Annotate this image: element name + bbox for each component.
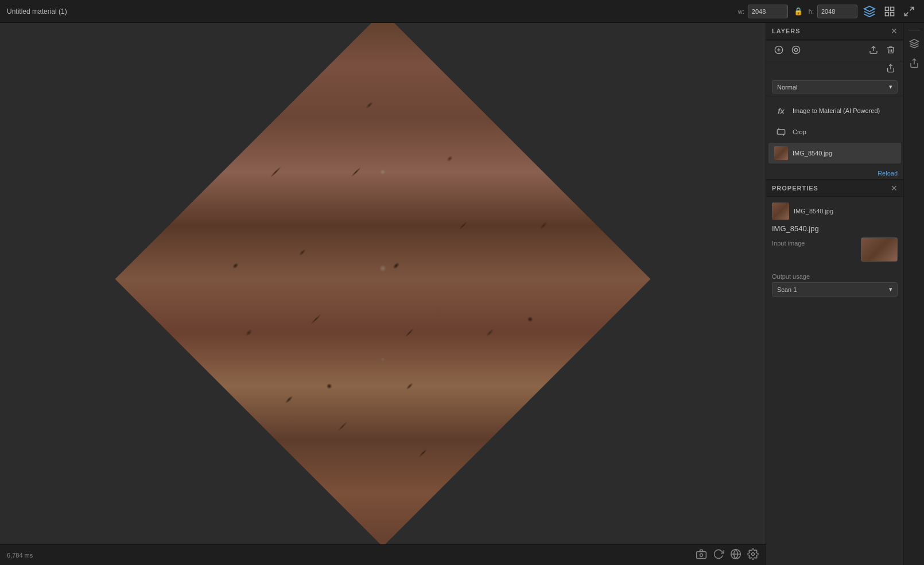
properties-content: IMG_8540.jpg IMG_8540.jpg Input image Ou… — [766, 197, 903, 302]
far-right-strip — [903, 23, 924, 565]
svg-rect-1 — [891, 7, 894, 10]
svg-line-4 — [910, 7, 914, 10]
output-usage-section: Output usage Scan 1 ▾ — [772, 273, 898, 297]
blend-mode-value: Normal — [777, 84, 797, 91]
fullscreen-button[interactable] — [901, 5, 917, 18]
svg-point-15 — [794, 48, 797, 51]
render-time: 6,784 ms — [7, 552, 33, 559]
properties-header: PROPERTIES ✕ — [766, 180, 903, 197]
3d-mesh-preview — [115, 23, 650, 547]
svg-rect-0 — [886, 7, 889, 10]
share-icon — [886, 64, 895, 73]
main-content: 6,784 ms — [0, 23, 924, 565]
add-layer-button[interactable] — [772, 44, 786, 57]
svg-rect-6 — [697, 551, 706, 558]
prop-thumbnail — [772, 202, 789, 220]
layer-item-image[interactable]: IMG_8540.jpg — [768, 143, 901, 163]
output-usage-chevron-icon: ▾ — [889, 286, 892, 293]
crop-icon — [777, 127, 786, 137]
layer-item-crop[interactable]: Crop — [768, 122, 901, 142]
fx-layer-name: Image to Material (AI Powered) — [793, 107, 895, 114]
topbar-controls: w: 2048 512 1024 4096 🔒 h: 2048 512 1024… — [738, 4, 917, 19]
svg-marker-18 — [910, 40, 918, 44]
filter-icon — [791, 45, 801, 54]
share-row — [766, 61, 903, 78]
refresh-statusbar-button[interactable] — [713, 548, 724, 562]
image-layer-thumbnail — [774, 146, 788, 160]
lock-aspect-button[interactable]: 🔒 — [791, 6, 805, 17]
right-panel: LAYERS ✕ — [766, 23, 903, 565]
chevron-down-icon: ▾ — [889, 83, 892, 91]
properties-panel-title: PROPERTIES — [772, 185, 818, 192]
layers-icon — [909, 38, 919, 49]
3d-view-button[interactable] — [861, 4, 878, 19]
layers-header-actions: ✕ — [891, 26, 898, 36]
height-select[interactable]: 2048 512 1024 4096 — [817, 5, 857, 18]
add-icon — [774, 45, 783, 54]
strip-top-separator — [909, 30, 920, 30]
crop-layer-name: Crop — [793, 128, 895, 135]
image-layer-name: IMG_8540.jpg — [793, 150, 895, 157]
svg-rect-3 — [891, 12, 894, 15]
camera-icon — [696, 548, 707, 560]
statusbar-icons — [696, 548, 759, 562]
prop-image-title: IMG_8540.jpg — [772, 224, 898, 233]
statusbar: 6,784 ms — [0, 544, 766, 565]
svg-point-10 — [752, 552, 755, 555]
layers-list: fx Image to Material (AI Powered) Crop — [766, 96, 903, 167]
topbar: Untitled material (1) w: 2048 512 1024 4… — [0, 0, 924, 23]
strip-share-icon — [909, 58, 919, 68]
strip-share-button[interactable] — [906, 54, 922, 72]
filter-layer-button[interactable] — [789, 44, 803, 57]
blend-mode-select[interactable]: Normal ▾ — [772, 80, 898, 93]
width-label: w: — [738, 8, 744, 15]
prop-filename: IMG_8540.jpg — [794, 208, 833, 215]
layers-close-button[interactable]: ✕ — [891, 26, 898, 36]
crop-layer-icon — [774, 125, 788, 139]
output-usage-value: Scan 1 — [777, 286, 797, 293]
grid-icon — [884, 6, 895, 17]
fullscreen-icon — [903, 6, 915, 17]
fx-layer-icon: fx — [774, 104, 788, 118]
svg-point-14 — [792, 46, 799, 53]
grid-view-button[interactable] — [882, 5, 898, 18]
input-image-container — [772, 249, 898, 266]
output-usage-label: Output usage — [772, 273, 898, 280]
layers-toolbar — [766, 41, 903, 61]
share-button[interactable] — [884, 63, 898, 76]
texture-surface — [115, 23, 650, 547]
settings-icon — [747, 548, 759, 560]
viewport-canvas — [0, 23, 766, 565]
globe-statusbar-button[interactable] — [730, 548, 741, 562]
prop-image-row: IMG_8540.jpg — [772, 202, 898, 220]
viewport[interactable]: 6,784 ms — [0, 23, 766, 565]
delete-layer-button[interactable] — [884, 44, 898, 57]
cube-icon — [863, 5, 876, 18]
properties-section: PROPERTIES ✕ IMG_8540.jpg IMG_8540.jpg I… — [766, 179, 903, 565]
input-image-thumb[interactable] — [861, 237, 898, 262]
output-usage-select[interactable]: Scan 1 ▾ — [772, 282, 898, 297]
properties-close-button[interactable]: ✕ — [891, 184, 898, 193]
strip-layers-button[interactable] — [906, 35, 922, 52]
blend-mode-row: Normal ▾ — [766, 78, 903, 96]
height-label: h: — [809, 8, 814, 15]
svg-line-5 — [905, 12, 909, 15]
app-title: Untitled material (1) — [7, 7, 738, 15]
trash-icon — [886, 45, 895, 54]
layers-panel-title: LAYERS — [772, 28, 801, 34]
refresh-icon — [713, 548, 724, 560]
input-image-section: Input image — [772, 240, 898, 266]
export-layer-button[interactable] — [867, 44, 880, 57]
layers-header: LAYERS ✕ — [766, 23, 903, 40]
camera-statusbar-button[interactable] — [696, 548, 707, 562]
svg-rect-2 — [886, 12, 889, 15]
settings-statusbar-button[interactable] — [747, 548, 759, 562]
globe-icon — [730, 548, 741, 560]
export-icon — [869, 45, 878, 54]
width-select[interactable]: 2048 512 1024 4096 — [748, 5, 788, 18]
layer-item-fx[interactable]: fx Image to Material (AI Powered) — [768, 100, 901, 121]
svg-point-7 — [700, 554, 703, 556]
reload-link[interactable]: Reload — [766, 167, 903, 179]
